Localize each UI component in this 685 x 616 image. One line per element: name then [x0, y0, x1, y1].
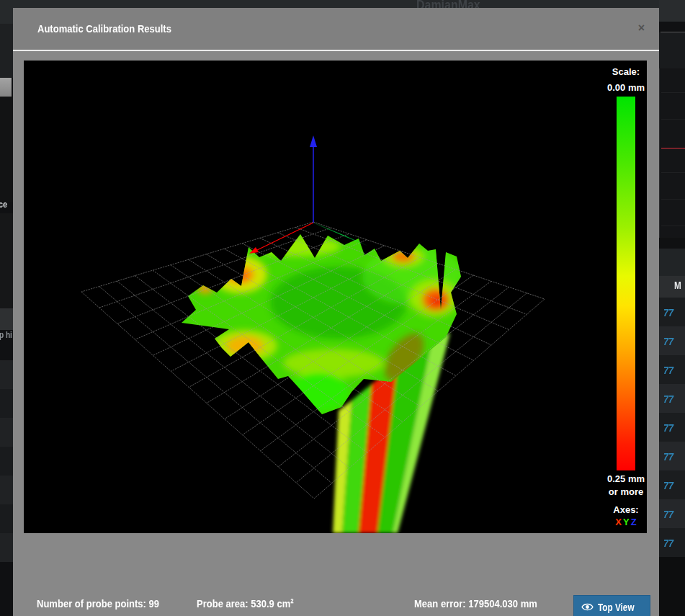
bg-table-row: 77: [659, 298, 685, 326]
top-view-button[interactable]: Top View: [573, 595, 650, 616]
axis-y-label: Y: [623, 517, 630, 527]
bg-left-panel: [0, 308, 13, 330]
stat-probe-area: Probe area: 530.9 cm²: [197, 593, 451, 615]
bg-table-row: 77: [659, 326, 685, 355]
stat-probe-points: Number of probe points: 99: [37, 593, 159, 615]
modal-title: Automatic Calibration Results: [37, 8, 171, 50]
calibration-results-modal: Automatic Calibration Results ×: [13, 8, 659, 616]
top-view-label: Top View: [598, 602, 635, 613]
bg-table-row: [659, 249, 685, 276]
scale-min-label: 0.00 mm: [607, 82, 645, 93]
bg-chart-line: [661, 148, 685, 149]
bg-table-row: 77: [659, 442, 685, 470]
bg-right-panel: [659, 238, 685, 249]
scale-max-label2: or more: [609, 486, 643, 497]
bg-left-panel: [0, 213, 13, 308]
bg-table-row: 77: [659, 470, 685, 499]
bg-right-panel: [659, 32, 685, 68]
bg-left-button-fragment: [0, 78, 12, 97]
axis-z-label: Z: [631, 517, 637, 527]
bg-table-row: 77: [659, 528, 685, 557]
color-scale-bar: [617, 97, 635, 470]
y-axis-arrow: [313, 223, 367, 246]
scale-label: Scale:: [612, 66, 640, 77]
heightmap-3d-view[interactable]: Scale: 0.00 mm 0.25 mm or more Axes: XYZ: [24, 61, 647, 533]
eye-icon: [581, 602, 594, 612]
stat-mean-error: Mean error: 179504.030 mm: [414, 593, 540, 615]
bg-table-row: 77: [659, 355, 685, 384]
bg-left-text-fragment: ce: [0, 199, 7, 210]
bg-table-row: 77: [659, 499, 685, 528]
bg-left-text-fragment: p hi: [0, 330, 12, 340]
bg-right-panel: [659, 22, 685, 32]
axes-letters: XYZ: [614, 517, 637, 527]
calibration-stats: Number of probe points: 99 Probe area: 5…: [37, 593, 661, 616]
modal-body: Scale: 0.00 mm 0.25 mm or more Axes: XYZ…: [13, 51, 659, 533]
heightmap-canvas: [24, 61, 647, 533]
bg-left-panel: [0, 97, 13, 202]
bg-left-table-rows: [0, 360, 13, 562]
axes-label: Axes:: [613, 504, 638, 515]
bg-right-panel: [659, 557, 685, 616]
scale-max-label: 0.25 mm: [607, 473, 645, 484]
bg-chart-panel: [659, 68, 685, 238]
axis-x-label: X: [615, 517, 622, 527]
bg-table-row: 77: [659, 413, 685, 442]
bg-table-rows: 777777777777777777: [659, 298, 685, 557]
bg-table-header: M: [659, 276, 685, 298]
bg-right-panel: [659, 0, 685, 22]
close-icon[interactable]: ×: [638, 22, 645, 34]
bg-left-panel: [0, 24, 13, 78]
bg-table-row: 77: [659, 384, 685, 413]
bg-left-panel: [0, 562, 13, 616]
modal-header: Automatic Calibration Results ×: [13, 8, 659, 51]
